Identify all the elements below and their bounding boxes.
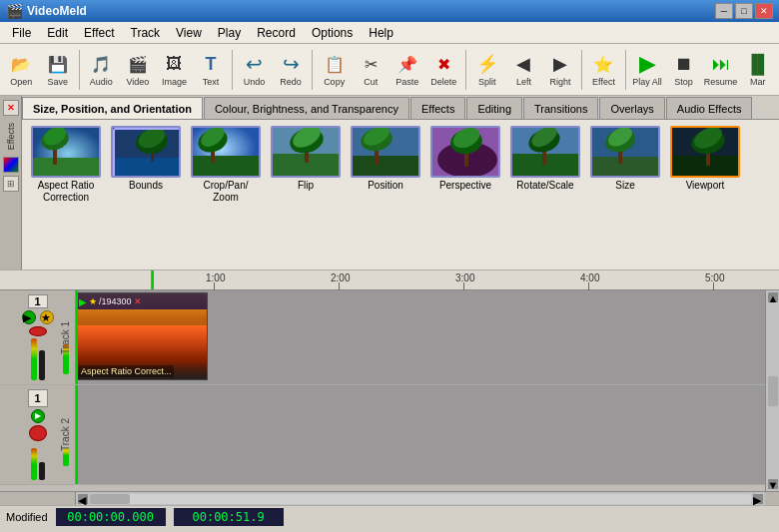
track-2-number[interactable]: 1 [28, 389, 48, 407]
effects-main: Size, Position, and Orientation Colour, … [22, 96, 779, 269]
effect-flip[interactable]: Flip [270, 126, 342, 192]
status-time-current: 00:00:00.000 [56, 508, 166, 526]
track-1-star-icon[interactable]: ★ [40, 310, 54, 324]
menu-edit[interactable]: Edit [39, 24, 76, 42]
undo-button[interactable]: ↩ Undo [237, 47, 272, 93]
effect-thumb-perspective [430, 126, 500, 178]
play-all-button[interactable]: ▶ Play All [630, 47, 665, 93]
left-icon: ◀ [511, 52, 535, 76]
menu-options[interactable]: Options [304, 24, 361, 42]
close-button[interactable]: ✕ [755, 3, 773, 19]
clip-star-icon: ★ [89, 296, 97, 306]
audio-button[interactable]: 🎵 Audio [84, 47, 119, 93]
scrollbar-thumb-v[interactable] [768, 376, 778, 406]
tab-effects[interactable]: Effects [410, 97, 465, 119]
redo-button[interactable]: ↪ Redo [274, 47, 309, 93]
fx-color-button[interactable] [3, 157, 19, 173]
clip-1[interactable]: ▶ ★ /194300 ✕ Aspect Ratio Correct... [76, 292, 208, 380]
open-icon: 📂 [9, 52, 33, 76]
effect-thumb-rotate-scale [510, 126, 580, 178]
paste-button[interactable]: 📌 Paste [390, 47, 424, 93]
menu-effect[interactable]: Effect [76, 24, 122, 42]
audio-icon: 🎵 [89, 52, 113, 76]
menu-record[interactable]: Record [249, 24, 304, 42]
tab-transitions[interactable]: Transitions [523, 97, 598, 119]
stop-button[interactable]: ⏹ Stop [666, 47, 701, 93]
tab-colour[interactable]: Colour, Brightness, and Transparency [204, 97, 409, 119]
effect-size[interactable]: Size [589, 126, 661, 192]
clip-close-icon[interactable]: ✕ [134, 296, 142, 306]
title-bar: 🎬 VideoMeld ─ □ ✕ [0, 0, 779, 22]
right-button[interactable]: ▶ Right [543, 47, 578, 93]
right-icon: ▶ [548, 52, 572, 76]
resume-button[interactable]: ⏭ Resume [703, 47, 739, 93]
text-button[interactable]: T Text [194, 47, 229, 93]
effect-viewport[interactable]: Viewport [669, 126, 741, 192]
track-1-play-icon[interactable]: ▶ [22, 310, 36, 324]
menu-track[interactable]: Track [123, 24, 169, 42]
scrollbar-corner-br [765, 492, 779, 505]
effects-label: Effects [6, 119, 16, 154]
svg-rect-6 [113, 158, 181, 178]
effect-label-flip: Flip [298, 180, 314, 192]
play-all-icon: ▶ [635, 52, 659, 76]
menu-play[interactable]: Play [210, 24, 249, 42]
cut-button[interactable]: ✂ Cut [354, 47, 389, 93]
track-1-label: Track 1 [60, 321, 71, 354]
track-1-content: ▶ ★ /194300 ✕ Aspect Ratio Correct... [76, 290, 765, 384]
track-2-mute[interactable] [29, 425, 47, 441]
effect-perspective[interactable]: Perspective [429, 126, 501, 192]
minimize-button[interactable]: ─ [715, 3, 733, 19]
tracks-container: 1 ▶ ★ Track 1 [0, 290, 765, 491]
clip-play-icon: ▶ [79, 296, 87, 307]
effect-bounds[interactable]: Bounds [110, 126, 182, 192]
left-button[interactable]: ◀ Left [506, 47, 541, 93]
copy-icon: 📋 [323, 52, 347, 76]
tab-size-position[interactable]: Size, Position, and Orientation [22, 97, 203, 119]
track-1-number[interactable]: 1 [28, 294, 48, 308]
delete-icon: ✖ [431, 52, 455, 76]
text-icon: T [199, 52, 223, 76]
timeline-scrollbar-horizontal[interactable]: ◀ ▶ [0, 491, 779, 505]
tab-overlays[interactable]: Overlays [599, 97, 664, 119]
copy-button[interactable]: 📋 Copy [317, 47, 352, 93]
split-button[interactable]: ⚡ Split [470, 47, 505, 93]
scrollbar-right-button[interactable]: ▶ [753, 494, 763, 504]
fx-close-button[interactable]: ✕ [3, 100, 19, 116]
video-button[interactable]: 🎬 Video [121, 47, 156, 93]
status-modified: Modified [6, 511, 48, 523]
scrollbar-thumb-h[interactable] [90, 494, 130, 504]
effect-button[interactable]: ⭐ Effect [586, 47, 621, 93]
menu-view[interactable]: View [168, 24, 210, 42]
effect-position[interactable]: Position [350, 126, 421, 192]
menu-help[interactable]: Help [361, 24, 401, 42]
effect-crop-pan[interactable]: Crop/Pan/Zoom [190, 126, 262, 204]
maximize-button[interactable]: □ [735, 3, 753, 19]
scrollbar-left-button[interactable]: ◀ [78, 494, 88, 504]
scrollbar-down-button[interactable]: ▼ [768, 479, 778, 489]
save-button[interactable]: 💾 Save [41, 47, 76, 93]
svg-rect-22 [353, 156, 420, 178]
delete-button[interactable]: ✖ Delete [426, 47, 461, 93]
tab-audio-effects[interactable]: Audio Effects [666, 97, 753, 119]
ruler-mark-1: 1:00 [206, 272, 225, 283]
clip-1-footer: Aspect Ratio Correct... [79, 365, 174, 377]
clip-1-title: /194300 [99, 296, 132, 306]
tabs-row: Size, Position, and Orientation Colour, … [22, 96, 779, 120]
mar-button[interactable]: ▐▌ Mar [740, 47, 775, 93]
track-2-volume-bar [31, 448, 37, 480]
fx-option-button[interactable]: ⊞ [3, 176, 19, 192]
track-2-play-icon[interactable]: ▶ [31, 409, 45, 423]
timeline-scrollbar-vertical[interactable]: ▲ ▼ [765, 290, 779, 491]
effect-aspect-ratio[interactable]: Aspect RatioCorrection [30, 126, 102, 204]
tab-editing[interactable]: Editing [466, 97, 522, 119]
effect-rotate-scale[interactable]: Rotate/Scale [509, 126, 581, 192]
scrollbar-up-button[interactable]: ▲ [768, 292, 778, 302]
toolbar: 📂 Open 💾 Save 🎵 Audio 🎬 Video 🖼 Image T … [0, 44, 779, 96]
title-bar-controls: ─ □ ✕ [715, 3, 773, 19]
image-button[interactable]: 🖼 Image [157, 47, 192, 93]
menu-file[interactable]: File [4, 24, 39, 42]
open-button[interactable]: 📂 Open [4, 47, 39, 93]
effect-thumb-aspect-ratio [31, 126, 101, 178]
track-1-mute[interactable] [29, 326, 47, 336]
